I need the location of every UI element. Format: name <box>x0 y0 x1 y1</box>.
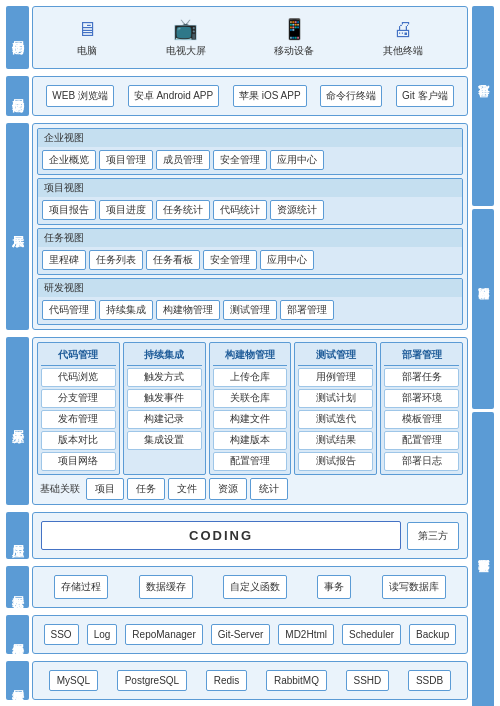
log-record-label: 日志记录 <box>472 6 494 206</box>
device-other: 🖨 其他终端 <box>383 18 423 58</box>
view-item: 构建物管理 <box>156 300 220 320</box>
biz-bottom-item: 文件 <box>168 478 206 500</box>
view-item: 代码统计 <box>213 200 267 220</box>
display-label: 展示层 <box>6 123 29 330</box>
data-item: 自定义函数 <box>223 575 287 599</box>
enterprise-view: 企业视图 企业概览 项目管理 成员管理 安全管理 应用中心 <box>37 128 463 175</box>
view-item: 应用中心 <box>260 250 314 270</box>
microservice-layer: 微服务层 SSO Log RepoManager Git-Server MD2H… <box>6 615 468 654</box>
biz-test: 测试管理 用例管理 测试计划 测试迭代 测试结果 测试报告 <box>294 342 377 475</box>
task-view: 任务视图 里程碑 任务列表 任务看板 安全管理 应用中心 <box>37 228 463 275</box>
biz-item: 测试计划 <box>298 389 373 408</box>
biz-bottom-item: 任务 <box>127 478 165 500</box>
biz-item: 测试结果 <box>298 431 373 450</box>
biz-bottom-row: 基础关联 项目 任务 文件 资源 统计 <box>37 478 463 500</box>
database-label: 数据库层 <box>6 661 29 700</box>
view-item: 持续集成 <box>99 300 153 320</box>
database-layer: 数据库层 MySQL PostgreSQL Redis RabbitMQ SSH… <box>6 661 468 700</box>
view-item: 任务列表 <box>89 250 143 270</box>
biz-code-mgmt: 代码管理 代码浏览 分支管理 发布管理 版本对比 项目网络 <box>37 342 120 475</box>
access2-web: WEB 浏览端 <box>46 85 114 107</box>
view-item: 任务看板 <box>146 250 200 270</box>
micro-item: SSO <box>44 624 79 645</box>
biz-artifact: 构建物管理 上传仓库 关联仓库 构建文件 构建版本 配置管理 <box>209 342 292 475</box>
microservice-label: 微服务层 <box>6 615 29 654</box>
third-party-label: 第三方系统对接 <box>472 412 494 706</box>
access2-ios: 苹果 iOS APP <box>233 85 307 107</box>
device-tv: 📺 电视大屏 <box>166 17 206 58</box>
view-item: 应用中心 <box>270 150 324 170</box>
biz-item: 构建文件 <box>213 410 288 429</box>
view-item: 资源统计 <box>270 200 324 220</box>
biz-ci: 持续集成 触发方式 触发事件 构建记录 集成设置 <box>123 342 206 475</box>
access-control-label: 权限控制 <box>472 209 494 409</box>
view-item: 代码管理 <box>42 300 96 320</box>
biz-item: 测试报告 <box>298 452 373 471</box>
biz-item: 部署任务 <box>384 368 459 387</box>
data-layer: 数据层 存储过程 数据缓存 自定义函数 事务 读写数据库 <box>6 566 468 608</box>
db-item: Redis <box>206 670 248 691</box>
data-label: 数据层 <box>6 566 29 608</box>
data-item: 存储过程 <box>54 575 108 599</box>
view-item: 部署管理 <box>280 300 334 320</box>
coding-box: CODING <box>41 521 401 550</box>
data-item: 事务 <box>317 575 351 599</box>
biz-item: 分支管理 <box>41 389 116 408</box>
view-item: 任务统计 <box>156 200 210 220</box>
biz-item: 版本对比 <box>41 431 116 450</box>
access2-cli: 命令行终端 <box>320 85 382 107</box>
biz-item: 关联仓库 <box>213 389 288 408</box>
mobile-icon: 📱 <box>282 17 307 41</box>
biz-item: 配置管理 <box>213 452 288 471</box>
access2-git: Git 客户端 <box>396 85 454 107</box>
access2-android: 安卓 Android APP <box>128 85 219 107</box>
access-layer-2: 访问层② WEB 浏览端 安卓 Android APP 苹果 iOS APP 命… <box>6 76 468 116</box>
view-item: 安全管理 <box>203 250 257 270</box>
access2-label: 访问层② <box>6 76 29 116</box>
business-label: 业务层 <box>6 337 29 505</box>
micro-item: MD2Html <box>278 624 334 645</box>
db-item: SSHD <box>346 670 390 691</box>
view-item: 项目管理 <box>99 150 153 170</box>
other-icon: 🖨 <box>393 18 413 41</box>
project-view: 项目视图 项目报告 项目进度 任务统计 代码统计 资源统计 <box>37 178 463 225</box>
biz-item: 部署环境 <box>384 389 459 408</box>
pc-icon: 🖥 <box>77 18 97 41</box>
biz-item: 集成设置 <box>127 431 202 450</box>
access1-label: 访问层① <box>6 6 29 69</box>
view-item: 里程碑 <box>42 250 86 270</box>
biz-item: 模板管理 <box>384 410 459 429</box>
biz-item: 构建记录 <box>127 410 202 429</box>
view-item: 项目进度 <box>99 200 153 220</box>
device-pc: 🖥 电脑 <box>77 18 97 58</box>
biz-bottom-item: 项目 <box>86 478 124 500</box>
db-item: PostgreSQL <box>117 670 187 691</box>
biz-item: 构建版本 <box>213 431 288 450</box>
access-layer-1: 访问层① 🖥 电脑 📺 电视大屏 📱 <box>6 6 468 69</box>
biz-item: 部署日志 <box>384 452 459 471</box>
biz-item: 配置管理 <box>384 431 459 450</box>
biz-bottom-item: 统计 <box>250 478 288 500</box>
business-layer: 业务层 代码管理 代码浏览 分支管理 发布管理 <box>6 337 468 505</box>
micro-item: RepoManager <box>125 624 202 645</box>
biz-item: 用例管理 <box>298 368 373 387</box>
data-item: 数据缓存 <box>139 575 193 599</box>
biz-item: 触发方式 <box>127 368 202 387</box>
view-item: 企业概览 <box>42 150 96 170</box>
view-item: 项目报告 <box>42 200 96 220</box>
biz-item: 上传仓库 <box>213 368 288 387</box>
application-layer: 应用层 CODING 第三方 <box>6 512 468 559</box>
biz-item: 测试迭代 <box>298 410 373 429</box>
view-item: 测试管理 <box>223 300 277 320</box>
device-mobile: 📱 移动设备 <box>274 17 314 58</box>
biz-deploy: 部署管理 部署任务 部署环境 模板管理 配置管理 部署日志 <box>380 342 463 475</box>
micro-item: Log <box>87 624 118 645</box>
application-label: 应用层 <box>6 512 29 559</box>
tv-icon: 📺 <box>173 17 198 41</box>
micro-item: Backup <box>409 624 456 645</box>
view-item: 安全管理 <box>213 150 267 170</box>
biz-item: 代码浏览 <box>41 368 116 387</box>
biz-item: 触发事件 <box>127 389 202 408</box>
data-item: 读写数据库 <box>382 575 446 599</box>
db-item: MySQL <box>49 670 98 691</box>
